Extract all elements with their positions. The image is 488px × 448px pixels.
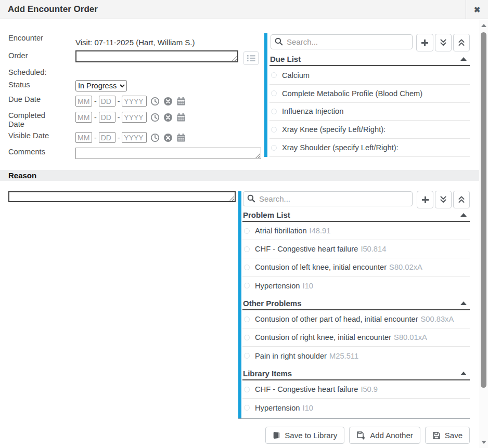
save-plus-icon <box>356 431 366 440</box>
completed-date-day-input[interactable] <box>99 112 115 123</box>
due-list-item[interactable]: Calcium <box>269 67 470 85</box>
completed-date-year-input[interactable] <box>122 112 147 123</box>
problem-item[interactable]: CHF - Congestive heart failureI50.9 <box>242 380 470 399</box>
save-icon <box>432 431 441 440</box>
due-expand-all-button[interactable] <box>435 34 452 51</box>
item-label: Xray Shoulder (specify Left/Right): <box>282 143 399 152</box>
scroll-down-icon[interactable] <box>481 441 486 444</box>
book-icon <box>273 431 280 439</box>
date-separator: - <box>94 134 97 142</box>
footer-actions: Save to Library Add Another Save <box>265 427 470 444</box>
close-button[interactable]: ✖ <box>466 0 488 19</box>
clear-date-icon[interactable] <box>163 113 173 122</box>
save-to-library-button[interactable]: Save to Library <box>265 427 344 444</box>
order-input[interactable] <box>75 50 238 62</box>
section-header[interactable]: Other Problems <box>242 298 470 310</box>
status-label: Status <box>8 81 66 89</box>
problem-item[interactable]: CHF - Congestive heart failureI50.814 <box>242 240 470 258</box>
clock-icon[interactable] <box>150 113 160 122</box>
due-list-item[interactable]: Xray Knee (specify Left/Right): <box>269 121 470 139</box>
date-separator: - <box>94 113 97 122</box>
item-code: S80.01xA <box>394 333 427 341</box>
double-chevron-up-icon <box>457 195 466 204</box>
save-button[interactable]: Save <box>425 427 470 444</box>
item-circle-icon <box>244 317 250 322</box>
order-label: Order <box>8 51 66 60</box>
calendar-icon[interactable] <box>176 97 186 106</box>
reason-expand-all-button[interactable] <box>435 191 452 208</box>
item-circle-icon <box>271 127 277 133</box>
problem-item[interactable]: Contusion of left knee, initial encounte… <box>242 258 470 276</box>
scrollbar-thumb[interactable] <box>481 32 486 388</box>
item-label: Influenza Injection <box>282 107 343 115</box>
due-list-item[interactable]: Influenza Injection <box>269 103 470 121</box>
due-list-item[interactable]: Xray Shoulder (specify Left/Right): <box>269 139 470 157</box>
due-list-item[interactable]: Complete Metabolic Profile (Blood Chem) <box>269 85 470 103</box>
item-label: Xray Knee (specify Left/Right): <box>282 125 386 134</box>
save-label: Save <box>445 431 463 440</box>
list-icon <box>247 55 256 62</box>
problem-item[interactable]: Pain in right shoulderM25.511 <box>242 347 470 365</box>
due-list-items: CalciumComplete Metabolic Profile (Blood… <box>269 67 470 157</box>
due-list-section-header[interactable]: Due List <box>269 54 470 66</box>
visible-date-year-input[interactable] <box>122 132 147 143</box>
item-label: Atrial fibrillationI48.91 <box>255 227 330 235</box>
clear-date-icon[interactable] <box>163 97 173 106</box>
reason-search-input[interactable] <box>243 191 413 206</box>
reason-input[interactable] <box>8 191 236 202</box>
item-code: S00.83xA <box>421 315 454 323</box>
problem-item[interactable]: Atrial fibrillationI48.91 <box>242 222 470 240</box>
save-to-library-label: Save to Library <box>285 431 337 440</box>
due-collapse-all-button[interactable] <box>453 34 470 51</box>
item-code: S80.02xA <box>389 263 422 271</box>
resize-handle-icon[interactable] <box>232 56 237 61</box>
problem-item[interactable]: HypertensionI10 <box>242 276 470 295</box>
section-header[interactable]: Problem List <box>242 209 470 222</box>
resize-handle-icon[interactable] <box>229 196 234 201</box>
collapse-icon <box>460 301 467 305</box>
item-label: HypertensionI10 <box>255 282 313 290</box>
encounter-value: Visit: 07-11-2025 (Hart, William S.) <box>75 38 195 47</box>
completed-date-label: Completed Date <box>8 111 49 129</box>
visible-date-day-input[interactable] <box>99 132 115 143</box>
visible-date-month-input[interactable] <box>75 132 92 143</box>
due-panel-accent-bar <box>264 33 267 157</box>
collapse-icon <box>460 57 467 61</box>
item-circle-icon <box>271 109 277 114</box>
reason-add-button[interactable] <box>417 191 433 208</box>
vertical-scrollbar[interactable] <box>479 20 488 448</box>
clock-icon[interactable] <box>150 133 160 142</box>
due-search <box>271 34 413 49</box>
due-date-month-input[interactable] <box>75 96 92 107</box>
due-add-button[interactable] <box>416 34 433 51</box>
status-select[interactable]: In Progress <box>75 80 127 91</box>
problem-item[interactable]: HypertensionI10 <box>242 399 470 417</box>
resize-handle-icon[interactable] <box>255 153 260 158</box>
order-list-button[interactable] <box>243 51 259 65</box>
scroll-up-icon[interactable] <box>481 24 486 27</box>
due-date-year-input[interactable] <box>122 96 147 107</box>
completed-date-month-input[interactable] <box>75 112 92 123</box>
item-label: HypertensionI10 <box>255 404 313 412</box>
search-icon <box>247 194 255 205</box>
calendar-icon[interactable] <box>176 113 186 122</box>
problem-section: Other ProblemsContusion of other part of… <box>242 298 470 365</box>
calendar-icon[interactable] <box>176 133 186 142</box>
due-date-day-input[interactable] <box>99 96 115 107</box>
item-label: Calcium <box>282 71 310 80</box>
due-search-input[interactable] <box>271 34 413 49</box>
section-title: Library Items <box>243 369 292 378</box>
comments-input[interactable] <box>75 148 261 159</box>
clock-icon[interactable] <box>150 97 160 106</box>
section-header[interactable]: Library Items <box>242 368 470 380</box>
item-circle-icon <box>244 353 250 359</box>
item-label: Contusion of other part of head, initial… <box>255 315 454 323</box>
item-circle-icon <box>244 265 250 270</box>
date-separator: - <box>94 97 97 106</box>
add-another-button[interactable]: Add Another <box>349 427 420 444</box>
problem-item[interactable]: Contusion of other part of head, initial… <box>242 310 470 328</box>
reason-collapse-all-button[interactable] <box>453 191 470 208</box>
problem-item[interactable]: Contusion of right knee, initial encount… <box>242 328 470 347</box>
clear-date-icon[interactable] <box>163 133 173 142</box>
section-title: Other Problems <box>243 299 302 308</box>
